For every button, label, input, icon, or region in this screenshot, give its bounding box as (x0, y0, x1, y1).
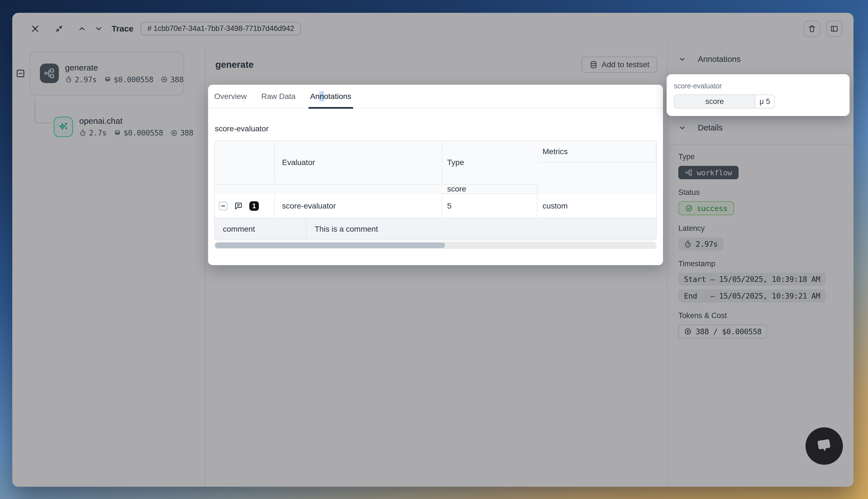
plus-circle-icon (170, 129, 178, 137)
details-list: Type workflow Status success Latency 2.9… (668, 144, 854, 338)
header-cell-metric-score: score (442, 184, 538, 194)
chat-bubble-icon (813, 435, 835, 457)
toolbar: Trace # 1cbb70e7-34a1-7bb7-3498-771b7d46… (12, 13, 854, 45)
horizontal-scrollbar[interactable] (214, 242, 657, 249)
cell-evaluator: score-evaluator (275, 194, 442, 218)
score-input-group[interactable]: score μ 5 (674, 95, 775, 108)
annotations-card: Overview Raw Data Annotations score-eval… (208, 85, 663, 265)
scrollbar-thumb[interactable] (215, 243, 445, 248)
delete-trace-button[interactable] (804, 21, 820, 37)
details-sidebar: Annotations score-evaluator score μ 5 De… (668, 45, 854, 486)
header-cell-tools (215, 141, 275, 184)
chevron-down-icon (678, 124, 686, 132)
span-latency: 2.97s (65, 75, 97, 84)
comment-count-badge[interactable]: 1 (249, 201, 259, 211)
tab-overview[interactable]: Overview (214, 85, 247, 108)
side-panel-icon (830, 25, 839, 33)
status-badge: success (678, 201, 734, 215)
prev-span-button[interactable] (76, 22, 87, 36)
stopwatch-icon (79, 129, 86, 137)
tree-node-generate[interactable]: generate 2.97s $0.000558 388 (30, 51, 184, 95)
collapse-button[interactable] (52, 22, 67, 36)
span-name: openai.chat (79, 116, 193, 126)
annotations-section-header[interactable]: Annotations (668, 45, 854, 74)
comment-row: comment This is a comment (215, 218, 656, 240)
table-header: Evaluator Metrics Type score (215, 141, 656, 194)
tree-collapse-toggle[interactable] (17, 70, 24, 77)
comment-label: comment (215, 218, 306, 240)
type-label: Type (678, 153, 854, 161)
span-tokens: 388 (161, 75, 183, 84)
tokens-cost-badge: 388 / $0.000558 (678, 325, 767, 338)
span-detail-header: generate Add to testset (205, 45, 667, 85)
header-cell-evaluator: Evaluator (275, 141, 442, 184)
score-metric-field[interactable]: score (674, 95, 755, 108)
timestamp-start-badge: Start – 15/05/2025, 10:39:18 AM (678, 273, 825, 286)
table-row[interactable]: 1 score-evaluator 5 custom (215, 194, 656, 218)
plus-circle-icon (161, 76, 168, 83)
header-cell-type: Type (442, 141, 538, 184)
database-icon (589, 61, 598, 69)
tab-raw-data[interactable]: Raw Data (261, 85, 296, 108)
coins-icon (114, 129, 121, 137)
text-selection-highlight: n (320, 91, 324, 101)
timestamp-end-badge: End – 15/05/2025, 10:39:21 AM (678, 289, 825, 303)
support-chat-button[interactable] (806, 427, 843, 465)
span-detail-panel: generate Add to testset Overview Raw Dat… (205, 45, 668, 486)
details-section-header[interactable]: Details (668, 113, 854, 142)
annotations-table: Evaluator Metrics Type score 1 (214, 141, 657, 240)
next-span-button[interactable] (93, 22, 104, 36)
comment-icon[interactable] (234, 201, 243, 211)
close-icon (31, 24, 40, 33)
cell-type: custom (538, 194, 656, 218)
check-circle-icon (685, 204, 693, 212)
tree-node-openai-chat[interactable]: openai.chat 2.7s $0.000558 388 (53, 116, 193, 137)
workflow-icon (685, 169, 693, 177)
stopwatch-icon (65, 76, 72, 83)
score-mean-value: μ 5 (755, 95, 774, 108)
stopwatch-icon (684, 240, 692, 248)
close-button[interactable] (28, 22, 43, 36)
sparkles-icon (53, 117, 73, 137)
minus-icon (221, 204, 226, 208)
annotations-tab-content: score-evaluator Evaluator Metrics Type s… (208, 124, 663, 249)
tab-bar: Overview Raw Data Annotations (208, 85, 663, 109)
page-title: generate (215, 59, 254, 70)
latency-label: Latency (678, 224, 854, 233)
score-evaluator-popover: score-evaluator score μ 5 (667, 74, 849, 116)
plus-circle-icon (684, 328, 692, 336)
span-tree-panel: generate 2.97s $0.000558 388 (12, 45, 205, 486)
add-to-testset-button[interactable]: Add to testset (581, 57, 657, 73)
cell-score: 5 (442, 194, 538, 218)
evaluator-heading: score-evaluator (215, 124, 656, 133)
latency-badge: 2.97s (678, 238, 723, 251)
row-checkbox-indeterminate[interactable] (219, 202, 228, 210)
collapse-icon (55, 25, 63, 33)
type-badge: workflow (678, 166, 738, 179)
timestamp-label: Timestamp (678, 259, 854, 268)
toggle-sidepanel-button[interactable] (826, 21, 842, 37)
tree-connector-line (35, 98, 51, 123)
trace-modal: Trace # 1cbb70e7-34a1-7bb7-3498-771b7d46… (12, 13, 854, 487)
chevron-down-icon (678, 55, 686, 63)
span-cost: $0.000558 (114, 129, 163, 137)
tokens-cost-label: Tokens & Cost (678, 312, 854, 320)
tab-annotations[interactable]: Annotations (310, 85, 351, 108)
span-cost: $0.000558 (104, 75, 153, 84)
chevron-up-icon (78, 25, 86, 33)
trash-icon (808, 25, 816, 33)
trace-id-pill[interactable]: # 1cbb70e7-34a1-7bb7-3498-771b7d46d942 (141, 22, 301, 35)
span-name: generate (65, 63, 183, 72)
header-cell-metrics: Metrics (538, 141, 656, 163)
workflow-icon (40, 63, 59, 83)
chevron-down-icon (95, 25, 103, 33)
span-latency: 2.7s (79, 129, 107, 137)
popover-evaluator-label: score-evaluator (674, 82, 842, 90)
comment-value: This is a comment (306, 218, 378, 240)
span-tokens: 388 (170, 129, 193, 137)
coins-icon (104, 76, 111, 83)
trace-label: Trace (111, 24, 133, 34)
minus-icon (18, 71, 23, 76)
status-label: Status (678, 188, 854, 197)
